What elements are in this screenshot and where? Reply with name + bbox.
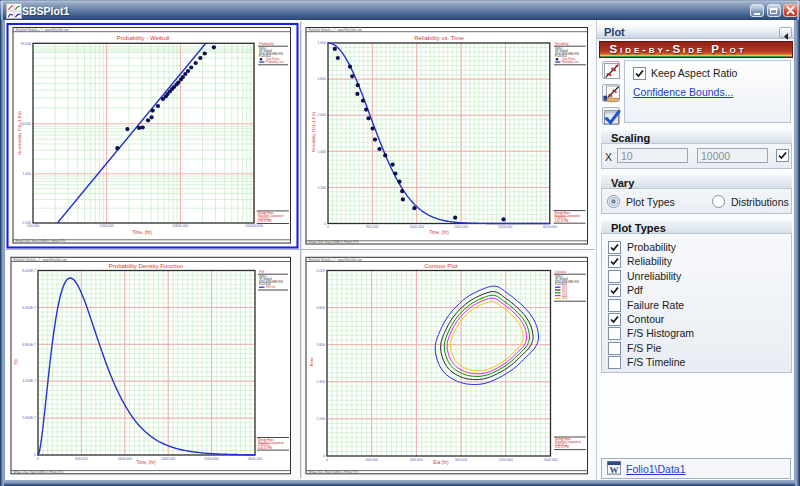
svg-text:300.000: 300.000 xyxy=(366,458,378,462)
svg-text:Contour Plot: Contour Plot xyxy=(424,263,458,269)
svg-text:1000.000: 1000.000 xyxy=(100,224,114,228)
svg-text:Beta: Beta xyxy=(309,357,314,366)
svg-text:100000.000: 100000.000 xyxy=(245,224,263,228)
svg-text:99.000: 99.000 xyxy=(21,42,31,46)
svg-text:Time, (hr): Time, (hr) xyxy=(429,230,449,235)
svg-text:Beta=2.1652, Eta=9.5386E+5, Rh: Beta=2.1652, Eta=9.5386E+5, Rho=0.9795 xyxy=(309,240,359,244)
svg-text:1.600E-7: 1.600E-7 xyxy=(22,416,36,420)
svg-text:Probability - Weibull: Probability - Weibull xyxy=(117,35,170,41)
svg-text:900.000: 900.000 xyxy=(455,458,467,462)
svg-text:4:40:15 PM: 4:40:15 PM xyxy=(258,446,273,450)
svg-text:4.800: 4.800 xyxy=(317,306,326,310)
svg-text:10000.000: 10000.000 xyxy=(172,224,188,228)
svg-text:6.000: 6.000 xyxy=(317,269,326,273)
svg-text:1200.000: 1200.000 xyxy=(499,458,513,462)
svg-text:2400.000: 2400.000 xyxy=(161,457,175,461)
svg-text:Beta=2.1652, Eta=9.5386E+5, Rh: Beta=2.1652, Eta=9.5386E+5, Rho=0.9795 xyxy=(14,470,64,474)
svg-text:Pdf Line: Pdf Line xyxy=(266,285,276,289)
svg-text:Beta=2.1652, Eta=9.5386E+5, Rh: Beta=2.1652, Eta=9.5386E+5, Rho=0.9795 xyxy=(16,239,66,243)
svg-text:Eta (hr): Eta (hr) xyxy=(433,460,449,465)
svg-text:Contour: Contour xyxy=(555,270,567,274)
svg-text:1.200: 1.200 xyxy=(317,417,326,421)
svg-text:600.000: 600.000 xyxy=(410,458,422,462)
svg-text:3.200E-7: 3.200E-7 xyxy=(22,379,36,383)
svg-text:1.000: 1.000 xyxy=(23,172,32,176)
svg-text:Reliability, R(t)=1-F(t): Reliability, R(t)=1-F(t) xyxy=(311,112,316,152)
svg-text:ReliaSoft Weibull++ 7 - www.Re: ReliaSoft Weibull++ 7 - www.ReliaSoft.co… xyxy=(14,258,68,262)
svg-text:0: 0 xyxy=(323,454,325,458)
svg-text:Reliability vs. Time: Reliability vs. Time xyxy=(414,35,464,41)
svg-text:Unreliability, F(t)=1-R(t): Unreliability, F(t)=1-R(t) xyxy=(17,111,22,155)
svg-text:0: 0 xyxy=(324,222,326,226)
svg-text:3200.000: 3200.000 xyxy=(205,457,219,461)
svg-text:0.800: 0.800 xyxy=(318,77,327,81)
svg-text:3.600: 3.600 xyxy=(317,343,326,347)
svg-text:4.800E-7: 4.800E-7 xyxy=(22,343,36,347)
svg-text:ReliaSoft Weibull++ 7 - www.Re: ReliaSoft Weibull++ 7 - www.ReliaSoft.co… xyxy=(309,258,363,262)
svg-text:4:40:15 PM: 4:40:15 PM xyxy=(555,219,570,223)
svg-text:Probability: Probability xyxy=(259,42,274,46)
svg-text:0.400: 0.400 xyxy=(318,150,327,154)
svg-text:ReliaSoft Weibull++ 7 - www.Re: ReliaSoft Weibull++ 7 - www.ReliaSoft.co… xyxy=(309,28,363,32)
svg-text:10.000: 10.000 xyxy=(21,122,31,126)
svg-text:Probability Line: Probability Line xyxy=(266,60,284,64)
svg-text:4:40:15 PM: 4:40:15 PM xyxy=(555,445,570,449)
svg-text:Pdf: Pdf xyxy=(259,270,264,274)
svg-text:800.000: 800.000 xyxy=(75,457,87,461)
svg-text:4000.000: 4000.000 xyxy=(543,225,557,229)
svg-text:4000.000: 4000.000 xyxy=(248,457,262,461)
svg-text:6.400E-7: 6.400E-7 xyxy=(22,306,36,310)
svg-text:Reliability Line: Reliability Line xyxy=(562,60,579,64)
svg-text:8.000E-7: 8.000E-7 xyxy=(22,269,36,273)
svg-text:0.200: 0.200 xyxy=(318,186,327,190)
svg-text:Reliability: Reliability xyxy=(555,42,569,46)
svg-text:50%: 50% xyxy=(562,296,568,300)
svg-text:Beta=2.1652, Eta=9.5386E+5, Rh: Beta=2.1652, Eta=9.5386E+5, Rho=0.9795 xyxy=(309,470,359,474)
svg-text:3200.000: 3200.000 xyxy=(498,225,512,229)
svg-text:0: 0 xyxy=(326,458,328,462)
svg-text:0.100: 0.100 xyxy=(23,221,32,225)
svg-text:Time, (hr): Time, (hr) xyxy=(136,460,156,465)
svg-text:2400.000: 2400.000 xyxy=(454,225,468,229)
svg-text:f(t): f(t) xyxy=(13,359,18,365)
svg-text:Probability Density Function: Probability Density Function xyxy=(109,263,183,269)
svg-text:0: 0 xyxy=(327,225,329,229)
svg-text:800.000: 800.000 xyxy=(366,225,378,229)
svg-text:2.400: 2.400 xyxy=(317,380,326,384)
svg-text:1500.000: 1500.000 xyxy=(543,458,557,462)
svg-text:Time, (hr): Time, (hr) xyxy=(132,230,152,235)
svg-text:1600.000: 1600.000 xyxy=(118,457,132,461)
svg-text:1600.000: 1600.000 xyxy=(410,225,424,229)
svg-text:1.000: 1.000 xyxy=(318,41,327,45)
svg-text:0.600: 0.600 xyxy=(318,113,327,117)
svg-text:4:40:15 PM: 4:40:15 PM xyxy=(258,219,273,223)
svg-text:0: 0 xyxy=(34,453,36,457)
svg-text:0: 0 xyxy=(37,457,39,461)
svg-text:ReliaSoft Weibull++ 7 - www.Re: ReliaSoft Weibull++ 7 - www.ReliaSoft.co… xyxy=(16,28,70,32)
